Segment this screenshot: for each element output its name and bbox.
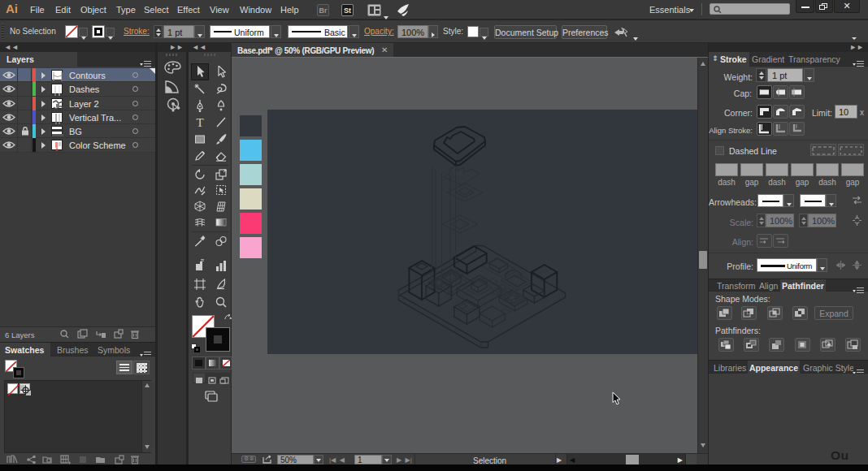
svg-text:T: T (196, 116, 203, 128)
